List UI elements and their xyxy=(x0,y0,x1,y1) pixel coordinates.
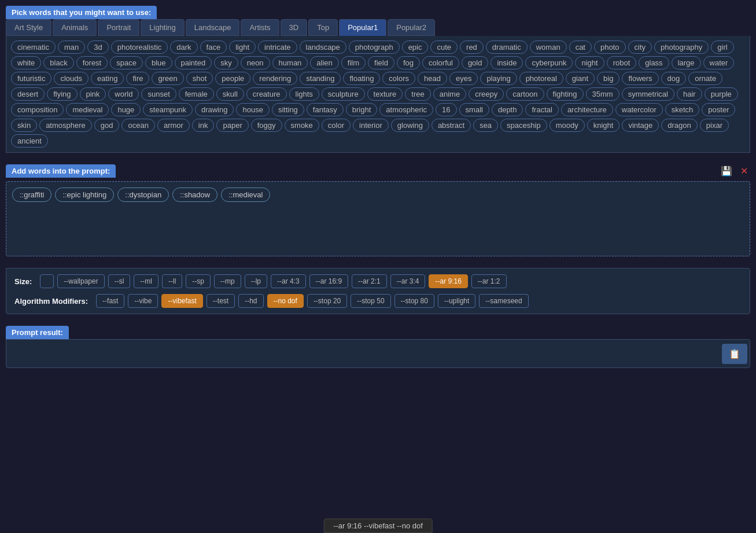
word-tag[interactable]: landscape xyxy=(300,41,346,54)
word-tag[interactable]: alien xyxy=(310,56,338,69)
word-tag[interactable]: dog xyxy=(661,72,687,85)
tab-art-style[interactable]: Art Style xyxy=(6,19,51,36)
prompt-tag-0[interactable]: ::graffiti xyxy=(12,188,51,202)
algo-tag-6[interactable]: --stop 20 xyxy=(307,294,347,308)
word-tag[interactable]: cute xyxy=(430,41,458,54)
tab-popular1[interactable]: Popular1 xyxy=(339,19,386,36)
word-tag[interactable]: sunset xyxy=(141,87,176,101)
word-tag[interactable]: woman xyxy=(530,41,567,54)
word-tag[interactable]: colorful xyxy=(422,56,459,69)
word-tag[interactable]: head xyxy=(418,72,447,85)
word-tag[interactable]: night xyxy=(575,56,604,69)
word-tag[interactable]: flying xyxy=(47,87,77,101)
word-tag[interactable]: big xyxy=(597,72,619,85)
word-tag[interactable]: spaceship xyxy=(500,119,547,132)
word-tag[interactable]: sculpture xyxy=(322,87,365,101)
size-tag-2[interactable]: --ml xyxy=(134,274,158,288)
word-tag[interactable]: ancient xyxy=(11,134,48,148)
word-tag[interactable]: cat xyxy=(569,41,592,54)
word-tag[interactable]: vintage xyxy=(622,119,659,132)
word-tag[interactable]: city xyxy=(628,41,652,54)
word-tag[interactable]: texture xyxy=(367,87,403,101)
word-tag[interactable]: huge xyxy=(111,103,141,116)
word-tag[interactable]: rendering xyxy=(253,72,297,85)
word-tag[interactable]: steampunk xyxy=(143,103,193,116)
word-tag[interactable]: hair xyxy=(677,87,702,101)
word-tag[interactable]: gold xyxy=(462,56,489,69)
save-icon-btn[interactable]: 💾 xyxy=(718,164,735,178)
algo-tag-4[interactable]: --hd xyxy=(238,294,263,308)
word-tag[interactable]: pixar xyxy=(700,119,729,132)
word-tag[interactable]: intricate xyxy=(258,41,297,54)
word-tag[interactable]: composition xyxy=(11,103,64,116)
words-container[interactable]: cinematicman3dphotorealisticdarkfaceligh… xyxy=(6,36,750,153)
word-tag[interactable]: blue xyxy=(145,56,172,69)
word-tag[interactable]: cartoon xyxy=(506,87,544,101)
word-tag[interactable]: fighting xyxy=(547,87,584,101)
word-tag[interactable]: photoreal xyxy=(519,72,563,85)
word-tag[interactable]: symmetrical xyxy=(622,87,674,101)
size-tag-1[interactable]: --sl xyxy=(108,274,131,288)
word-tag[interactable]: fog xyxy=(397,56,420,69)
word-tag[interactable]: girl xyxy=(711,41,733,54)
prompt-result-input[interactable] xyxy=(9,342,722,365)
prompt-tag-4[interactable]: ::medieval xyxy=(221,188,270,202)
word-tag[interactable]: depth xyxy=(492,103,523,116)
word-tag[interactable]: ink xyxy=(192,119,215,132)
word-tag[interactable]: human xyxy=(272,56,308,69)
size-tag-12[interactable]: --ar 1:2 xyxy=(471,274,507,288)
word-tag[interactable]: ornate xyxy=(688,72,722,85)
tab-popular2[interactable]: Popular2 xyxy=(388,19,435,36)
word-tag[interactable]: dark xyxy=(170,41,197,54)
word-tag[interactable]: flowers xyxy=(622,72,658,85)
word-tag[interactable]: inside xyxy=(491,56,523,69)
word-tag[interactable]: creepy xyxy=(469,87,504,101)
close-icon-btn[interactable]: ✕ xyxy=(738,164,750,178)
word-tag[interactable]: futuristic xyxy=(11,72,51,85)
size-tag-4[interactable]: --sp xyxy=(186,274,211,288)
word-tag[interactable]: lights xyxy=(289,87,319,101)
word-tag[interactable]: man xyxy=(58,41,85,54)
word-tag[interactable]: field xyxy=(368,56,394,69)
word-tag[interactable]: anime xyxy=(433,87,466,101)
word-tag[interactable]: photo xyxy=(594,41,626,54)
word-tag[interactable]: tree xyxy=(405,87,430,101)
word-tag[interactable]: glowing xyxy=(391,119,429,132)
word-tag[interactable]: people xyxy=(215,72,250,85)
word-tag[interactable]: sea xyxy=(473,119,498,132)
word-tag[interactable]: painted xyxy=(175,56,212,69)
prompt-tag-2[interactable]: ::dystopian xyxy=(117,188,169,202)
word-tag[interactable]: photorealistic xyxy=(111,41,168,54)
size-tag-8[interactable]: --ar 16:9 xyxy=(309,274,348,288)
word-tag[interactable]: smoke xyxy=(285,119,319,132)
word-tag[interactable]: large xyxy=(672,56,701,69)
word-tag[interactable]: light xyxy=(229,41,256,54)
word-tag[interactable]: neon xyxy=(241,56,270,69)
size-tag-5[interactable]: --mp xyxy=(214,274,241,288)
word-tag[interactable]: creature xyxy=(246,87,287,101)
word-tag[interactable]: 3d xyxy=(87,41,108,54)
word-tag[interactable]: 35mm xyxy=(586,87,619,101)
word-tag[interactable]: small xyxy=(459,103,489,116)
algo-tag-0[interactable]: --fast xyxy=(96,294,124,308)
word-tag[interactable]: interior xyxy=(353,119,389,132)
word-tag[interactable]: poster xyxy=(702,103,735,116)
word-tag[interactable]: giant xyxy=(566,72,595,85)
prompt-tag-1[interactable]: ::epic lighting xyxy=(55,188,114,202)
word-tag[interactable]: architecture xyxy=(561,103,613,116)
word-tag[interactable]: clouds xyxy=(54,72,88,85)
algo-tag-3[interactable]: --test xyxy=(206,294,235,308)
tab-landscape[interactable]: Landscape xyxy=(186,19,240,36)
word-tag[interactable]: foggy xyxy=(251,119,282,132)
word-tag[interactable]: armor xyxy=(157,119,190,132)
word-tag[interactable]: 16 xyxy=(436,103,456,116)
word-tag[interactable]: watercolor xyxy=(615,103,663,116)
word-tag[interactable]: skull xyxy=(216,87,244,101)
word-tag[interactable]: pink xyxy=(80,87,106,101)
word-tag[interactable]: photography xyxy=(654,41,709,54)
word-tag[interactable]: dragon xyxy=(661,119,697,132)
size-tag-11[interactable]: --ar 9:16 xyxy=(429,274,467,288)
size-tag-7[interactable]: --ar 4:3 xyxy=(271,274,306,288)
word-tag[interactable]: eyes xyxy=(449,72,478,85)
word-tag[interactable]: fantasy xyxy=(307,103,344,116)
